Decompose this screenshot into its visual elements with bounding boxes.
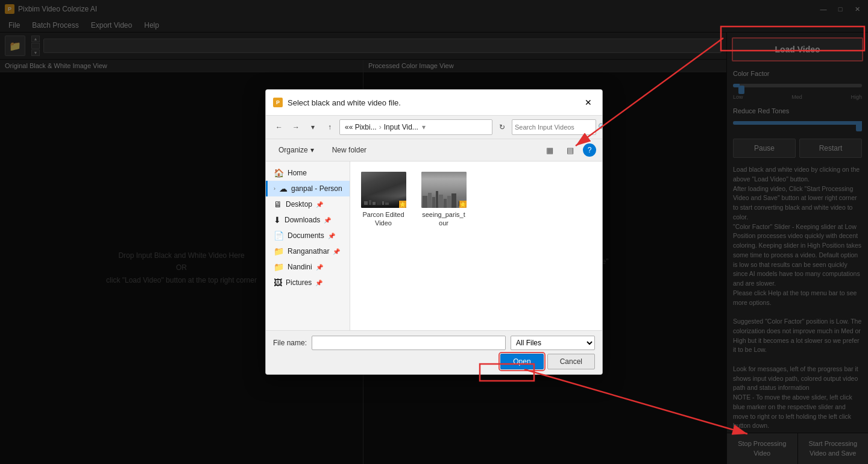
home-icon: 🏠 — [274, 168, 284, 178]
dialog-sidebar: 🏠 Home › ☁ ganpal - Person 🖥 Desktop 📌 ⬇… — [266, 161, 350, 330]
pictures-label: Pictures — [286, 278, 312, 287]
new-folder-label: New folder — [332, 146, 366, 154]
dialog-body: 🏠 Home › ☁ ganpal - Person 🖥 Desktop 📌 ⬇… — [266, 161, 602, 330]
breadcrumb-sep1: › — [379, 123, 382, 131]
file-thumb-paris: ▶ ⭐ — [421, 172, 467, 208]
refresh-button[interactable]: ↻ — [495, 120, 509, 134]
sidebar-ganpal[interactable]: › ☁ ganpal - Person — [266, 181, 350, 196]
nandini-label: Nandini — [288, 263, 312, 271]
breadcrumb-dropdown-icon: ▾ — [422, 123, 426, 131]
sidebar-home[interactable]: 🏠 Home — [266, 165, 350, 181]
pictures-icon: 🖼 — [274, 278, 282, 287]
file-parcon[interactable]: ▶ ⭐ Parcon Edited Video — [356, 168, 410, 232]
breadcrumb-pixbim: «« Pixbi... — [345, 123, 377, 131]
nandini-icon: 📁 — [274, 262, 284, 272]
downloads-icon: ⬇ — [274, 215, 281, 225]
downloads-label: Downloads — [285, 216, 320, 224]
view-list-button[interactable]: ▤ — [562, 142, 578, 158]
pin-icon: 📌 — [316, 201, 323, 208]
dialog-app-icon: P — [273, 98, 283, 107]
help-button[interactable]: ? — [583, 143, 596, 157]
file-name-parcon: Parcon Edited Video — [360, 210, 406, 228]
dialog-files-area: ▶ ⭐ Parcon Edited Video — [350, 161, 602, 330]
filename-row: File name: All Files — [273, 336, 595, 350]
filename-input[interactable] — [312, 336, 506, 350]
open-button[interactable]: Open — [500, 354, 543, 369]
breadcrumb-bar: «« Pixbi... › Input Vid... ▾ — [339, 119, 492, 135]
view-toggle-button[interactable]: ▦ — [542, 142, 558, 158]
nav-back-button[interactable]: ← — [272, 120, 286, 134]
search-box: 🔍 — [512, 119, 596, 135]
dialog-close-button[interactable]: ✕ — [582, 96, 595, 109]
organize-label: Organize — [278, 146, 308, 154]
pin-icon-4: 📌 — [333, 248, 340, 255]
organize-button[interactable]: Organize ▾ — [272, 143, 321, 157]
dialog-title: Select black and white video file. — [288, 98, 401, 107]
dialog-toolbar: Organize ▾ New folder ▦ ▤ ? — [266, 139, 602, 161]
file-thumb-parcon: ▶ ⭐ — [361, 172, 406, 208]
sidebar-documents[interactable]: 📄 Documents 📌 — [266, 228, 350, 243]
cloud-icon: ☁ — [279, 184, 288, 193]
sidebar-desktop[interactable]: 🖥 Desktop 📌 — [266, 196, 350, 212]
dialog-overlay: P Select black and white video file. ✕ ←… — [0, 0, 868, 464]
desktop-icon: 🖥 — [274, 199, 282, 209]
new-folder-button[interactable]: New folder — [326, 143, 373, 157]
dialog-footer: File name: All Files Open Cancel — [266, 330, 602, 374]
ranganathar-icon: 📁 — [274, 246, 284, 256]
pin-icon-3: 📌 — [328, 233, 335, 239]
dialog-titlebar: P Select black and white video file. ✕ — [266, 90, 602, 116]
file-dialog: P Select black and white video file. ✕ ←… — [265, 89, 603, 375]
breadcrumb-input-vid: Input Vid... — [384, 123, 418, 131]
ranganathar-label: Ranganathar — [288, 247, 329, 256]
cancel-button[interactable]: Cancel — [547, 354, 595, 369]
pin-icon-6: 📌 — [315, 280, 322, 286]
file-paris[interactable]: ▶ ⭐ seeing_paris_tour — [417, 168, 471, 232]
sidebar-ranganathar[interactable]: 📁 Ranganathar 📌 — [266, 243, 350, 259]
sidebar-downloads[interactable]: ⬇ Downloads 📌 — [266, 212, 350, 228]
home-label: Home — [288, 169, 307, 177]
search-icon: 🔍 — [598, 123, 603, 131]
dialog-nav: ← → ▾ ↑ «« Pixbi... › Input Vid... ▾ ↻ 🔍 — [266, 116, 602, 139]
desktop-label: Desktop — [286, 200, 312, 208]
sidebar-nandini[interactable]: 📁 Nandini 📌 — [266, 259, 350, 275]
search-input[interactable] — [515, 124, 598, 131]
organize-dropdown-icon: ▾ — [310, 146, 314, 154]
nav-dropdown-button[interactable]: ▾ — [306, 120, 320, 134]
dialog-actions: Open Cancel — [273, 354, 595, 369]
filetype-select[interactable]: All Files — [511, 336, 595, 350]
nav-forward-button[interactable]: → — [289, 120, 303, 134]
file-name-paris: seeing_paris_tour — [421, 210, 467, 228]
expand-arrow-icon: › — [274, 186, 275, 192]
ganpal-label: ganpal - Person — [291, 184, 342, 193]
pin-icon-2: 📌 — [324, 217, 331, 224]
nav-up-button[interactable]: ↑ — [322, 120, 337, 134]
filename-label: File name: — [273, 339, 307, 347]
pin-icon-5: 📌 — [316, 264, 323, 271]
sidebar-pictures[interactable]: 🖼 Pictures 📌 — [266, 275, 350, 290]
documents-label: Documents — [288, 231, 324, 240]
documents-icon: 📄 — [274, 231, 284, 240]
